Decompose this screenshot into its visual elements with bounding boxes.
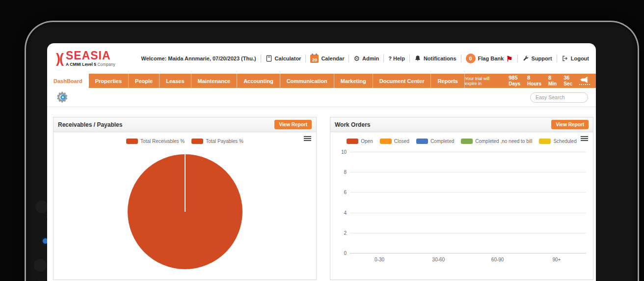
dashboard-content: Receivables / Payables View Report Total… [47, 107, 596, 280]
legend-swatch [126, 139, 138, 144]
divider [305, 55, 306, 62]
megaphone-underline [579, 84, 590, 85]
y-tick-label: 10 [341, 149, 347, 155]
receivables-panel-header: Receivables / Payables View Report [54, 117, 316, 132]
legend-swatch [380, 139, 392, 144]
legend-item-completed-no-bill[interactable]: Completed ,no need to bill [461, 139, 532, 144]
gridline [350, 192, 586, 193]
legend-item-completed[interactable]: Completed [416, 139, 454, 144]
divider [409, 55, 410, 62]
nav-tab-marketing[interactable]: Marketing [334, 74, 373, 88]
nav-tab-dashboard[interactable]: DashBoard [47, 74, 89, 88]
gridline [350, 172, 586, 172]
x-category-label: 90+ [527, 257, 586, 262]
bezel-speaker-dot [35, 200, 48, 213]
bezel-speaker-dot [34, 259, 47, 272]
y-tick-label: 8 [344, 169, 347, 175]
x-category-label: 0-30 [350, 257, 409, 262]
dashboard-settings-button[interactable]: ⚙ [56, 90, 71, 105]
y-tick-label: 0 [344, 251, 347, 256]
megaphone-icon [580, 77, 589, 83]
y-tick-label: 6 [344, 190, 347, 195]
divider [383, 55, 384, 62]
bar-legend: Open Closed Completed Completed ,no [330, 132, 593, 144]
bell-icon [414, 55, 421, 62]
gridline [350, 152, 586, 152]
seasia-logo-text: SEASIA [66, 50, 115, 61]
nav-tab-communication[interactable]: Communication [280, 74, 334, 88]
seasia-logo: )( SEASIA A CMMI Level 5 Company [56, 50, 115, 67]
work-orders-panel: Work Orders View Report Open Closed [330, 117, 593, 280]
legend-swatch [347, 139, 358, 144]
tablet-frame: )( SEASIA A CMMI Level 5 Company Welcome… [25, 21, 639, 281]
welcome-text: Welcome: Maida Annmarie, 07/20/2023 (Thu… [141, 56, 256, 61]
logout-icon [562, 55, 568, 62]
announcement-button[interactable] [579, 77, 590, 85]
legend-item-scheduled[interactable]: Scheduled [539, 139, 576, 144]
gridline [350, 213, 586, 213]
chart-context-menu-icon[interactable] [581, 136, 588, 142]
work-orders-view-report-button[interactable]: View Report [551, 120, 589, 129]
nav-tab-maintenance[interactable]: Maintenance [191, 74, 238, 88]
admin-button[interactable]: ⚙ Admin [353, 55, 379, 62]
divider [557, 55, 557, 62]
x-category-label: 60-90 [468, 257, 527, 262]
seasia-logo-tagline: A CMMI Level 5 Company [66, 62, 115, 67]
trial-sec: 36 Sec [564, 75, 572, 86]
trial-min: 8 Min [548, 75, 557, 86]
nav-tab-reports[interactable]: Reports [431, 74, 465, 88]
trial-hours: 8 Hours [527, 75, 541, 86]
nav-tab-properties[interactable]: Properties [89, 74, 129, 88]
calculator-icon [266, 55, 272, 62]
divider [517, 55, 518, 62]
legend-item-total-payables[interactable]: Total Payables % [191, 139, 243, 144]
easy-search-input[interactable] [530, 92, 588, 103]
calendar-icon: 20 [310, 55, 319, 63]
gear-icon: ⚙ [353, 55, 360, 62]
seasia-logo-symbol: )( [56, 52, 63, 65]
flag-icon: ⚑ [506, 55, 512, 62]
calculator-button[interactable]: Calculator [266, 55, 301, 62]
nav-tab-leases[interactable]: Leases [160, 74, 191, 88]
pie-wrapper [128, 154, 242, 269]
flag-bank-count-badge: 0 [466, 54, 476, 63]
settings-gear-center [60, 95, 65, 100]
support-button[interactable]: Support [522, 55, 552, 62]
calendar-button[interactable]: 20 Calendar [310, 55, 344, 63]
receivables-view-report-button[interactable]: View Report [274, 120, 312, 129]
app-header: )( SEASIA A CMMI Level 5 Company Welcome… [47, 43, 596, 74]
gridline [350, 233, 586, 233]
flag-bank-button[interactable]: 0 Flag Bank ⚑ [466, 54, 513, 63]
legend-item-open[interactable]: Open [347, 139, 373, 144]
receivables-panel-title: Receivables / Payables [58, 121, 122, 128]
work-orders-panel-header: Work Orders View Report [330, 117, 593, 132]
logout-button[interactable]: Logout [562, 55, 589, 62]
divider [261, 55, 261, 62]
trial-countdown: Your trial will expire in 985 Days 8 Hou… [465, 74, 596, 88]
chart-context-menu-icon[interactable] [304, 136, 311, 142]
pie-slice-divider [185, 154, 186, 212]
divider [461, 55, 461, 62]
legend-swatch [191, 139, 203, 144]
legend-item-closed[interactable]: Closed [380, 139, 409, 144]
x-axis-categories: 0-30 30-60 60-90 90+ [350, 257, 586, 262]
receivables-payables-panel: Receivables / Payables View Report Total… [53, 117, 317, 280]
trial-countdown-text: Your trial will expire in [465, 76, 502, 86]
divider [349, 55, 349, 62]
help-button[interactable]: ? Help [388, 56, 405, 61]
trial-days: 985 Days [509, 75, 520, 86]
nav-tab-document-center[interactable]: Document Center [373, 74, 431, 88]
pie-legend: Total Receivables % Total Payables % [54, 132, 316, 144]
legend-swatch [416, 139, 428, 144]
x-category-label: 30-60 [409, 257, 468, 262]
app-screen: )( SEASIA A CMMI Level 5 Company Welcome… [47, 43, 596, 281]
legend-item-total-receivables[interactable]: Total Receivables % [126, 139, 185, 144]
nav-tab-accounting[interactable]: Accounting [237, 74, 280, 88]
work-orders-bar-chart: Open Closed Completed Completed ,no [330, 132, 593, 280]
legend-swatch [539, 139, 551, 144]
sub-toolbar: ⚙ [47, 88, 596, 107]
wrench-icon [522, 55, 529, 62]
nav-tab-people[interactable]: People [129, 74, 160, 88]
notifications-button[interactable]: Notifications [414, 55, 456, 62]
bar-plot-area: 10 8 6 4 2 0 [350, 152, 586, 253]
